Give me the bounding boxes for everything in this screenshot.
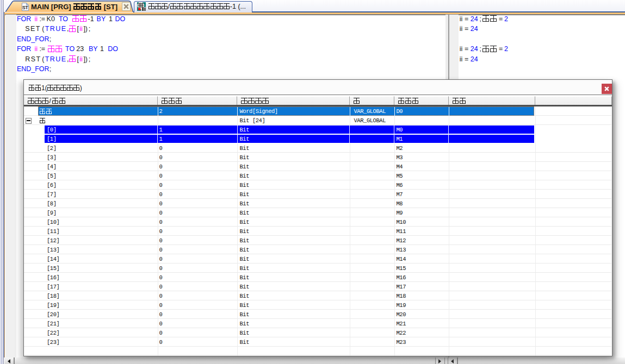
svg-text:ST: ST bbox=[22, 5, 28, 10]
